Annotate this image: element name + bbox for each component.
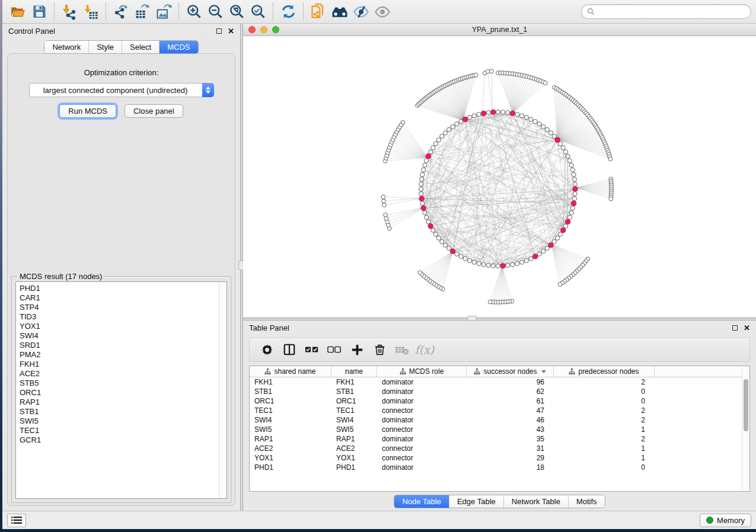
graph-node[interactable] (486, 263, 490, 267)
column-header-name[interactable]: name (331, 366, 377, 377)
scrollbar-thumb[interactable] (744, 379, 748, 431)
graph-node[interactable] (443, 243, 447, 247)
graph-node[interactable] (545, 246, 549, 251)
graph-node[interactable] (489, 69, 493, 73)
mcds-result-item[interactable]: STB1 (20, 407, 219, 416)
task-history-button[interactable] (7, 514, 26, 527)
tab-motifs[interactable]: Motifs (568, 495, 605, 508)
graph-node[interactable] (491, 264, 495, 268)
graph-node[interactable] (570, 206, 575, 210)
mcds-list-scrollbar[interactable] (219, 282, 227, 498)
graph-node[interactable] (609, 197, 613, 201)
mcds-result-item[interactable]: ACE2 (20, 369, 219, 379)
graph-node[interactable] (552, 239, 556, 243)
graph-node[interactable] (545, 127, 549, 132)
graph-node[interactable] (566, 219, 570, 224)
graph-node[interactable] (447, 246, 451, 251)
graph-node[interactable] (524, 258, 528, 262)
select-all-icon[interactable] (301, 340, 323, 359)
share-document-icon[interactable] (308, 2, 329, 21)
graph-node[interactable] (510, 111, 515, 116)
graph-node[interactable] (608, 157, 613, 161)
graph-node[interactable] (511, 262, 515, 267)
memory-button[interactable]: Memory (700, 514, 751, 527)
graph-node[interactable] (447, 127, 451, 132)
graph-node[interactable] (381, 195, 385, 199)
graph-node[interactable] (451, 124, 455, 129)
optimization-criterion-select[interactable]: largest connected component (undirected) (29, 83, 214, 97)
delete-column-icon[interactable] (368, 340, 391, 359)
graph-node[interactable] (561, 228, 566, 233)
graph-node[interactable] (555, 137, 560, 142)
graph-node[interactable] (567, 215, 572, 219)
gear-icon[interactable] (256, 340, 278, 359)
mcds-result-item[interactable]: TEC1 (20, 426, 219, 435)
graph-node[interactable] (486, 110, 490, 114)
graph-node[interactable] (431, 228, 435, 232)
mcds-result-item[interactable]: SWI5 (20, 416, 219, 426)
refresh-icon[interactable] (277, 2, 299, 21)
mcds-result-item[interactable]: ORC1 (20, 388, 219, 398)
graph-node[interactable] (433, 142, 438, 146)
graph-node[interactable] (537, 252, 541, 256)
graph-node[interactable] (563, 150, 567, 154)
graph-node[interactable] (450, 249, 455, 254)
graph-node[interactable] (425, 215, 429, 219)
table-row[interactable]: YOX1YOX1connector291 (250, 453, 742, 463)
graph-node[interactable] (570, 168, 575, 172)
hide-selection-icon[interactable] (350, 2, 372, 21)
node-table[interactable]: shared namenameMCDS rolesuccessor nodesp… (249, 366, 750, 492)
mcds-result-item[interactable]: CAR1 (20, 293, 219, 303)
show-selection-icon[interactable] (372, 2, 393, 21)
graph-node[interactable] (455, 122, 459, 126)
import-network-icon[interactable] (59, 2, 80, 21)
graph-node[interactable] (433, 232, 438, 236)
graph-node[interactable] (443, 131, 447, 135)
column-header-successor-nodes[interactable]: successor nodes (467, 366, 554, 377)
graph-node[interactable] (455, 252, 459, 256)
search-input[interactable] (598, 8, 745, 16)
graph-node[interactable] (529, 117, 533, 121)
import-table-icon[interactable] (80, 2, 101, 21)
graph-node[interactable] (423, 211, 427, 215)
graph-node[interactable] (418, 271, 422, 275)
splitter-handle[interactable] (467, 316, 477, 321)
table-row[interactable]: SWI4SWI4dominator462 (250, 415, 742, 425)
mcds-result-item[interactable]: PMA2 (20, 350, 219, 360)
table-row[interactable]: PHD1PHD1dominator180 (250, 463, 742, 472)
graph-node[interactable] (423, 163, 427, 167)
tab-mcds[interactable]: MCDS (159, 41, 197, 53)
table-row[interactable]: ORC1ORC1dominator610 (250, 396, 742, 406)
graph-node[interactable] (496, 264, 500, 268)
graph-node[interactable] (541, 124, 546, 129)
mcds-result-item[interactable]: YOX1 (20, 322, 219, 331)
graph-node[interactable] (481, 262, 486, 267)
search-field[interactable] (581, 4, 751, 19)
graph-node[interactable] (486, 69, 490, 73)
graph-node[interactable] (563, 224, 567, 228)
graph-node[interactable] (566, 154, 570, 158)
export-image-icon[interactable] (153, 2, 174, 21)
mcds-result-item[interactable]: RAP1 (20, 398, 219, 407)
graph-node[interactable] (572, 172, 576, 177)
graph-node[interactable] (384, 213, 388, 217)
mcds-result-item[interactable]: PHD1 (20, 284, 219, 293)
graph-node[interactable] (559, 232, 563, 236)
graph-node[interactable] (572, 201, 576, 206)
graph-node[interactable] (506, 263, 510, 267)
graph-node[interactable] (477, 261, 481, 265)
graph-node[interactable] (520, 260, 524, 264)
tab-node-table[interactable]: Node Table (394, 495, 449, 508)
function-icon[interactable]: f(x) (413, 340, 436, 359)
graph-node[interactable] (431, 146, 435, 150)
mcds-result-item[interactable]: STP4 (20, 303, 219, 312)
network-titlebar[interactable]: YPA_prune.txt_1 (243, 24, 756, 36)
graph-node[interactable] (500, 264, 505, 268)
graph-node[interactable] (558, 283, 562, 287)
graph-node[interactable] (463, 257, 467, 261)
mcds-result-item[interactable]: STB5 (20, 379, 219, 388)
graph-node[interactable] (419, 196, 424, 201)
export-table-icon[interactable] (132, 2, 153, 21)
graph-node[interactable] (419, 177, 423, 181)
graph-node[interactable] (556, 236, 560, 240)
